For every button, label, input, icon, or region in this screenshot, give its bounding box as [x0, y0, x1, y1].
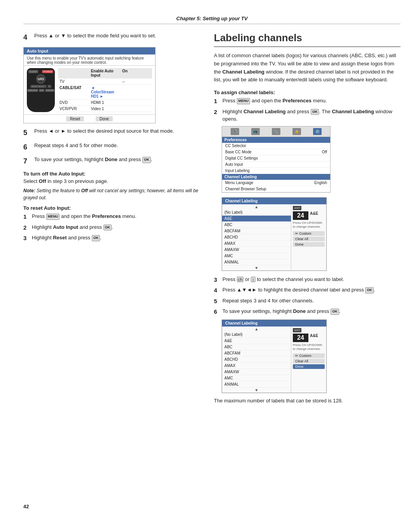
power-btn: POWER	[42, 70, 53, 73]
channel-row-amaxw-1[interactable]: AMAXW	[222, 247, 291, 253]
dvd-label: DVD	[58, 100, 89, 105]
menu-lang-label: Menu Language	[225, 181, 253, 185]
dvd-btn: DVD	[39, 89, 44, 92]
auto-input-desc: Use this menu to enable your TV's automa…	[24, 54, 155, 66]
reset-step-1: 1 Press MENU and open the Preferences me…	[23, 212, 202, 221]
step-7-text: To save your settings, highlight Done an…	[34, 156, 152, 167]
menu-row-menu-lang: Menu Language English	[222, 180, 330, 186]
cable-value2	[121, 85, 152, 99]
channel-row-no-label-1: (No Label)	[222, 209, 291, 216]
channel-row-abcfam-1[interactable]: ABCFAM	[222, 228, 291, 234]
channel-row-ae-1[interactable]: A&E	[222, 216, 291, 222]
channel-list-arrow-up-2: ▲	[222, 327, 291, 332]
channel-row-animal-2[interactable]: ANIMAL	[222, 381, 291, 388]
ant-indicator-2: ANT	[293, 328, 301, 332]
channel-name-1: A&E	[310, 211, 318, 216]
remote-circle-btn: U/O	[36, 74, 46, 84]
section-intro: A list of common channel labels (logos) …	[214, 52, 401, 84]
menu-row-channel-browser: Channel Browser Setup	[222, 186, 330, 192]
tv-value1	[89, 79, 121, 84]
channel-row-amax-2[interactable]: AMAX	[222, 363, 291, 369]
channel-row-abchd-2[interactable]: ABCHD	[222, 356, 291, 363]
channel-row-abcfam-2[interactable]: ABCFAM	[222, 350, 291, 356]
ok-btn-icon-2: OK	[103, 225, 112, 231]
channel-row-ae-2[interactable]: A&E	[222, 338, 291, 344]
channel-labeling-section-title: Channel Labeling	[222, 174, 330, 180]
assign-step-1: 1 Press MENU and open the Preferences me…	[214, 97, 401, 106]
vcr-pvr-btn: VCR/PVR	[45, 89, 54, 92]
channel-browser-label: Channel Browser Setup	[225, 187, 266, 191]
menu-icon-3: 🔧	[272, 128, 280, 135]
channel-list-2: ▲ (No Label) A&E ABC ABCFAM ABCHD AMAX A…	[222, 327, 291, 393]
chapter-title: Chapter 5: Setting up your TV	[176, 16, 247, 21]
done-button[interactable]: Done	[96, 116, 113, 121]
reset-step-3: 3 Highlight Reset and press OK.	[23, 234, 202, 243]
header-empty	[58, 68, 89, 78]
custom-btn-1[interactable]: ✏ Custom	[293, 231, 325, 236]
assign-step-2-text: Highlight Channel Labeling and press OK.…	[222, 108, 401, 123]
channel-row-abc-1[interactable]: ABC	[222, 222, 291, 228]
cable-value1: ◄ ColorStream HD1 ►	[89, 85, 121, 99]
channel-label-title-2: Channel Labeling	[222, 320, 326, 327]
auto-input-body: SLEEP POWER U/O MODE SELECT TV CABLE/SAT	[24, 66, 155, 114]
steps-3-6-list: 3 Press ch or ↕ to select the channel yo…	[214, 276, 401, 316]
channel-row-abc-2[interactable]: ABC	[222, 344, 291, 350]
header-enable: Enable Auto Input	[89, 68, 121, 78]
remote-bottom-row: CABLE/SAT DVD VCR/PVR	[28, 89, 53, 92]
done-btn-1[interactable]: Done	[293, 242, 325, 247]
vcr-value1: Video 1	[89, 106, 121, 111]
reset-step-3-num: 3	[23, 234, 32, 243]
channel-right-panel-1: ANT 24 A&E Press CH UP/DOWN to change ch…	[291, 204, 326, 270]
channel-row-amc-1[interactable]: AMC	[222, 253, 291, 259]
base-cc-label: Base CC Mode	[225, 150, 252, 154]
channel-name-2: A&E	[310, 334, 318, 338]
ok-btn-icon-3: OK	[92, 235, 100, 241]
right-step-4-num: 4	[214, 286, 222, 295]
done-btn-2[interactable]: Done	[293, 364, 325, 369]
channel-num-box-2: 24	[293, 334, 308, 342]
clear-all-btn-1[interactable]: Clear All	[293, 237, 325, 241]
reset-step-2-num: 2	[23, 223, 32, 232]
reset-button[interactable]: Reset	[66, 116, 84, 121]
sleep-btn: SLEEP	[28, 70, 38, 73]
channel-row-amax-1[interactable]: AMAX	[222, 241, 291, 247]
turn-off-heading: To turn off the Auto Input:	[23, 171, 202, 177]
right-step-3-text: Press ch or ↕ to select the channel you …	[222, 276, 344, 284]
reset-step-2: 2 Highlight Auto Input and press OK.	[23, 223, 202, 232]
auto-input-label: Auto Input	[225, 162, 243, 167]
reset-step-2-text: Highlight Auto Input and press OK.	[32, 223, 113, 232]
step-6-text: Repeat steps 4 and 5 for other mode.	[34, 142, 118, 153]
assign-step-1-num: 1	[214, 97, 222, 106]
base-cc-value: Off	[322, 150, 327, 154]
right-step-3: 3 Press ch or ↕ to select the channel yo…	[214, 276, 401, 284]
two-col-layout: 4 Press ▲ or ▼ to select the mode field …	[23, 32, 401, 404]
digital-cc-label: Digital CC Settings	[225, 156, 258, 160]
input-labeling-label: Input Labeling	[225, 169, 250, 173]
channel-row-amaxw-2[interactable]: AMAXW	[222, 369, 291, 375]
right-step-5: 5 Repeat steps 3 and 4 for other channel…	[214, 297, 401, 306]
tv-btn: TV	[47, 85, 51, 88]
custom-btn-2[interactable]: ✏ Custom	[293, 353, 325, 358]
channel-num-box-1: 24	[293, 211, 308, 220]
left-column: 4 Press ▲ or ▼ to select the mode field …	[23, 32, 202, 404]
channel-row-animal-1[interactable]: ANIMAL	[222, 259, 291, 265]
step-7-num: 7	[23, 156, 34, 167]
clear-all-btn-2[interactable]: Clear All	[293, 359, 325, 363]
channel-label-title-1: Channel Labeling	[222, 198, 326, 204]
channel-row-amc-2[interactable]: AMC	[222, 375, 291, 381]
channel-row-no-label-2: (No Label)	[222, 332, 291, 338]
header-on: On	[121, 68, 152, 78]
step-6-block: 6 Repeat steps 4 and 5 for other mode.	[23, 142, 202, 153]
ok-btn-icon-r2: OK	[311, 109, 319, 115]
note-text: Note: Setting the feature to Off will no…	[23, 187, 202, 201]
preferences-title: Preferences	[222, 137, 330, 143]
step-4-num: 4	[23, 32, 34, 43]
turn-off-text: Select Off in step 3 on previous page.	[23, 178, 202, 184]
step-6-num: 6	[23, 142, 34, 153]
dvd-value1: HDMI 1	[89, 100, 121, 105]
page-number: 42	[23, 492, 401, 509]
channel-row-abchd-1[interactable]: ABCHD	[222, 234, 291, 241]
cc-selector-label: CC Selector	[225, 144, 246, 148]
preferences-menu-screenshot: 🔊 📺 🔧 🔒 ⚙️ Preferences CC Selector Base …	[222, 126, 331, 193]
menu-row-base-cc: Base CC Mode Off	[222, 149, 330, 155]
